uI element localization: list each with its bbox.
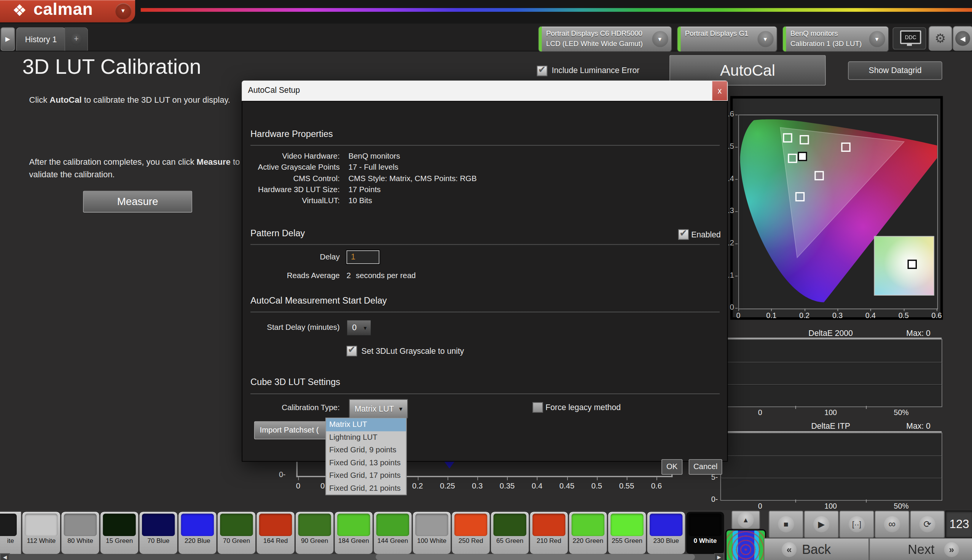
reads-average-label: Reads Average <box>242 271 340 280</box>
patch-label: 144 Green <box>374 537 412 544</box>
bottom-x-tick-label: 0.5 <box>586 482 608 490</box>
patch-tile[interactable]: 80 White <box>61 512 99 554</box>
patch-tile[interactable]: 220 Blue <box>178 512 216 554</box>
calibration-type-option[interactable]: Fixed Grid, 21 points <box>326 482 406 494</box>
calibration-type-option[interactable]: Lightning LUT <box>326 431 406 443</box>
continuous-read-button[interactable]: ∞ <box>875 510 909 538</box>
patch-color-swatch <box>142 513 175 536</box>
patch-label: 0 White <box>686 537 724 544</box>
source-dropdown-button[interactable]: ▼ <box>757 31 774 47</box>
measure-button[interactable]: Measure <box>83 191 192 213</box>
add-tab-button[interactable]: + <box>64 27 88 51</box>
read-series-button[interactable]: [··] <box>839 510 874 538</box>
start-delay-label: Start Delay (minutes) <box>242 323 340 332</box>
patch-tile[interactable]: 70 Blue <box>139 512 177 554</box>
settings-button[interactable]: ⚙ <box>929 26 952 51</box>
patch-tile[interactable]: 220 Green <box>569 512 607 554</box>
up-arrow-icon: ▲ <box>738 512 754 528</box>
para1-bold: AutoCal <box>50 95 82 105</box>
cie-y-tick <box>735 115 738 115</box>
patch-tile[interactable]: 184 Green <box>335 512 373 554</box>
play-button[interactable]: ▶ <box>804 510 839 538</box>
patch-tile[interactable]: 15 Green <box>100 512 138 554</box>
source-name: Portrait Displays G1 <box>685 30 749 37</box>
calibration-type-dropdown[interactable]: Matrix LUT ▼ <box>349 399 408 418</box>
ddc-button[interactable]: DDC <box>893 27 926 50</box>
source-selector[interactable]: Portrait Displays G1 ▼ <box>677 26 777 52</box>
tab-history-1[interactable]: History 1 <box>16 27 65 51</box>
patch-label: 70 Green <box>218 537 255 544</box>
calman-logo-button[interactable]: ❖ calman ▼ <box>0 0 135 22</box>
unity-checkbox[interactable] <box>347 346 357 357</box>
refresh-button[interactable]: ⟳ <box>910 510 945 538</box>
start-delay-heading: AutoCal Measurement Start Delay <box>250 296 387 305</box>
strip-scrollbar-thumb[interactable] <box>376 554 695 560</box>
show-datagrid-button[interactable]: Show Datagrid <box>848 61 942 80</box>
meter-dropdown-button[interactable]: ▼ <box>652 31 668 47</box>
deltae2000-x-tick <box>866 406 867 409</box>
patch-tile[interactable]: 230 Blue <box>647 512 685 554</box>
tab-scroll-button[interactable]: ▶ <box>1 27 15 51</box>
chevron-down-icon: ▼ <box>398 406 404 412</box>
patch-tile[interactable]: 90 Green <box>296 512 333 554</box>
display-selector[interactable]: BenQ monitors Calibration 1 (3D LUT) ▼ <box>782 26 889 52</box>
patch-tile[interactable]: 112 White <box>22 512 60 554</box>
patch-color-swatch <box>181 513 214 536</box>
meter-selector[interactable]: Portrait Displays C6 HDR5000 LCD (LED Wh… <box>538 26 672 52</box>
display-dropdown-button[interactable]: ▼ <box>869 31 885 47</box>
calibration-type-option[interactable]: Fixed Grid, 17 points <box>326 469 406 482</box>
calibration-type-option[interactable]: Matrix LUT <box>326 418 406 431</box>
bottom-x-tick <box>597 477 597 480</box>
patch-tile[interactable]: 70 Green <box>218 512 255 554</box>
collapse-panel-button[interactable]: ◀ <box>953 26 972 51</box>
close-icon[interactable]: x <box>712 81 727 100</box>
bottom-x-tick <box>657 477 657 480</box>
itp-plot <box>720 433 942 501</box>
pattern-delay-enabled-label: Enabled <box>691 230 721 239</box>
pattern-preview-thumbnail[interactable] <box>725 529 767 560</box>
stop-button[interactable]: ■ <box>769 510 804 538</box>
patch-tile[interactable]: 65 Green <box>491 512 529 554</box>
delay-input[interactable]: 1 <box>347 250 379 264</box>
delay-label: Delay <box>242 253 340 262</box>
patch-color-swatch <box>25 513 57 536</box>
hardware-property-label: Active Grayscale Points <box>250 163 340 172</box>
patch-tile[interactable]: 255 Green <box>608 512 646 554</box>
display-mode: Calibration 1 (3D LUT) <box>790 40 862 47</box>
next-button[interactable]: Next » <box>869 538 972 560</box>
cancel-button[interactable]: Cancel <box>689 459 722 475</box>
calibration-type-option[interactable]: Fixed Grid, 9 points <box>326 443 406 456</box>
calibration-type-option[interactable]: Fixed Grid, 13 points <box>326 457 406 469</box>
ok-button[interactable]: OK <box>662 459 682 475</box>
strip-scroll-right-button[interactable]: ▶ <box>714 553 724 560</box>
bottom-x-tick-label: 0 <box>287 482 309 490</box>
strip-expand-button[interactable]: ▲ <box>732 510 760 529</box>
patch-tile[interactable]: ite <box>0 512 21 554</box>
patch-tile[interactable]: 100 White <box>413 512 450 554</box>
patch-tile[interactable]: 0 White <box>686 512 724 554</box>
patch-label: 220 Blue <box>178 537 216 544</box>
pattern-delay-enabled-checkbox[interactable] <box>678 229 689 240</box>
patch-color-swatch <box>259 513 292 536</box>
patch-tile[interactable]: 210 Red <box>530 512 568 554</box>
bottom-x-tick-label: 0.45 <box>556 482 578 490</box>
cie-x-tick-label: 0 <box>731 311 745 320</box>
patch-tile[interactable]: 144 Green <box>374 512 412 554</box>
dialog-title-bar[interactable]: AutoCal Setup x <box>242 81 728 101</box>
stop-icon: ■ <box>778 516 794 532</box>
logo-menu-button[interactable]: ▼ <box>115 3 131 19</box>
patch-tile[interactable]: 164 Red <box>257 512 294 554</box>
display-status-indicator <box>783 27 786 52</box>
back-button[interactable]: « Back <box>764 538 869 560</box>
patch-tile[interactable]: 250 Red <box>452 512 489 554</box>
patch-label: 65 Green <box>491 537 529 544</box>
import-patchset-button[interactable]: Import Patchset ( <box>254 422 332 439</box>
bottom-x-tick <box>417 477 418 480</box>
instruction-paragraph-2: After the calibration completes, you can… <box>29 156 277 181</box>
hardware-property-value: 17 Points <box>348 185 380 194</box>
para2-bold: Measure <box>197 158 231 167</box>
include-luminance-checkbox[interactable] <box>537 66 548 77</box>
pattern-counter: 123 <box>945 510 972 538</box>
force-legacy-checkbox[interactable] <box>532 402 543 413</box>
start-delay-dropdown[interactable]: 0 ▼ <box>347 320 372 335</box>
